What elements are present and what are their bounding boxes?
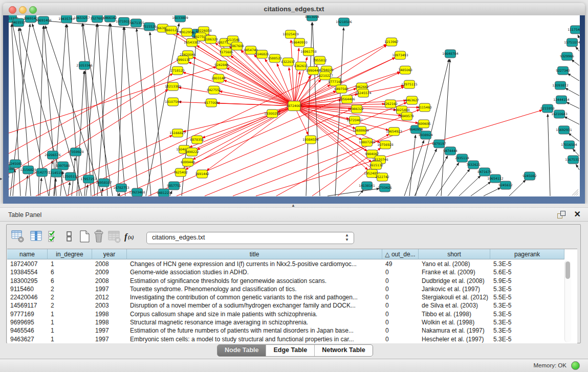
table-row[interactable]: 1938455462009Genome-wide association stu… (7, 268, 564, 276)
graph-node[interactable]: 1245081 (9, 160, 23, 168)
graph-node[interactable]: 12923468 (129, 188, 145, 196)
graph-node[interactable]: 7515526 (142, 23, 157, 31)
table-vertical-scrollbar[interactable] (564, 260, 571, 342)
graph-node[interactable]: 10653257 (74, 15, 90, 22)
graph-node[interactable]: 2718120 (170, 67, 185, 75)
graph-node[interactable]: 9245082 (522, 172, 537, 180)
graph-node[interactable]: 12975115 (401, 80, 418, 89)
graph-node[interactable]: 7632621 (466, 161, 481, 169)
graph-node[interactable]: 8215958 (540, 104, 555, 113)
graph-node[interactable]: 20691406 (35, 16, 52, 25)
column-header-title[interactable]: title (127, 249, 382, 259)
graph-node[interactable]: 9177004 (204, 99, 219, 107)
graph-node[interactable]: 8186328 (204, 35, 218, 43)
delete-table-icon[interactable] (92, 229, 106, 244)
graph-node[interactable]: 1527602 (90, 15, 104, 23)
graph-node[interactable]: 16648784 (442, 50, 459, 58)
graph-node[interactable]: 17016504 (561, 141, 577, 149)
column-header-year[interactable]: year (92, 249, 127, 259)
graph-node[interactable]: 8813054 (305, 15, 319, 21)
graph-node[interactable]: 9990131 (176, 56, 190, 64)
graph-node[interactable]: 7955812 (313, 56, 327, 64)
graph-node[interactable]: 10688609 (353, 126, 369, 135)
float-panel-icon[interactable] (557, 211, 565, 219)
scrollbar-thumb[interactable] (565, 261, 570, 279)
graph-node[interactable]: 9481223 (157, 189, 171, 196)
close-panel-icon[interactable]: ✕ (574, 209, 581, 219)
graph-node[interactable]: 9474444 (443, 147, 458, 155)
column-header-name[interactable]: name (7, 249, 48, 259)
tab-node-table[interactable]: Node Table (217, 345, 266, 356)
panel-splitter[interactable]: ▲ (0, 204, 588, 207)
graph-node[interactable]: 9245612 (498, 181, 513, 189)
graph-node[interactable]: 12142737 (34, 168, 50, 177)
table-row[interactable]: 977716911998Corpus callosum shape and si… (7, 310, 564, 318)
graph-node[interactable]: 6497568 (334, 85, 349, 93)
select-columns-icon[interactable] (47, 229, 61, 244)
graph-node[interactable]: 8427552 (207, 86, 221, 94)
graph-node[interactable]: 9857751 (167, 182, 181, 190)
graph-node[interactable]: 6879197 (432, 140, 446, 148)
graph-node[interactable]: 9242848 (214, 61, 229, 69)
table-row[interactable]: 911546021997Tourette syndrome. Phenomeno… (7, 285, 564, 293)
graph-node[interactable]: 8878351 (190, 136, 204, 144)
graph-node[interactable]: 1615132 (369, 161, 383, 169)
graph-node[interactable]: 15692931 (556, 126, 572, 134)
tab-edge-table[interactable]: Edge Table (266, 345, 315, 356)
table-source-select[interactable]: citations_edges.txt ▲▼ (146, 232, 354, 244)
graph-node[interactable]: 12505135 (62, 172, 79, 181)
graph-node[interactable]: 7986322 (350, 105, 364, 113)
graph-node[interactable]: 16033809 (172, 15, 188, 22)
graph-node[interactable]: 6466162 (103, 15, 117, 22)
graph-node[interactable]: 16640910 (291, 38, 308, 47)
graph-node[interactable]: 18107544 (165, 98, 181, 106)
graph-node[interactable]: 8471676 (477, 168, 492, 176)
graph-node[interactable]: 9227343 (556, 67, 570, 75)
graph-node[interactable]: 11175448 (568, 26, 580, 34)
graph-node[interactable]: 7485063 (398, 66, 412, 74)
show-columns-icon[interactable] (29, 229, 43, 244)
tab-network-table[interactable]: Network Table (315, 345, 373, 356)
graph-node[interactable]: 17957253 (80, 175, 97, 183)
graph-node[interactable]: 8322037 (281, 58, 295, 66)
graph-node[interactable]: 3175685 (219, 48, 233, 56)
graph-node[interactable]: 20564486 (339, 95, 355, 103)
graph-node[interactable]: 16961758 (300, 48, 317, 56)
graph-node[interactable]: 7625402 (173, 168, 188, 177)
graph-node[interactable]: 9498222 (185, 148, 199, 156)
column-header-short[interactable]: short (419, 249, 490, 259)
graph-node[interactable]: 1588520 (268, 54, 282, 62)
table-row[interactable]: 969969511998Structural magnetic resonanc… (7, 318, 564, 326)
function-builder-icon[interactable]: f(x) (123, 231, 138, 245)
graph-node[interactable]: 1213967 (384, 38, 399, 46)
graph-node[interactable]: 19384554 (302, 136, 319, 144)
graph-node[interactable]: 19218506 (336, 18, 352, 26)
graph-node[interactable]: 9463627 (405, 96, 419, 104)
graph-node[interactable]: 14138141 (359, 182, 375, 190)
graph-node[interactable]: 16782753 (113, 184, 129, 192)
table-row[interactable]: 1872400712008Changes of HCN gene express… (7, 260, 564, 268)
row-height-icon[interactable] (62, 229, 76, 244)
graph-node[interactable]: 15751074 (564, 38, 580, 47)
table-row[interactable]: 1830029562008Estimation of significance … (7, 277, 564, 285)
column-header-pagerank[interactable]: pagerank (490, 249, 564, 259)
graph-node[interactable]: 8660123 (164, 26, 179, 34)
create-table-icon[interactable] (77, 229, 92, 244)
table-row[interactable]: 946362711997Embryonic stem cells: a mode… (7, 335, 564, 343)
citation-network-graph[interactable]: 1903319240355730691402069140619435744106… (9, 15, 580, 196)
graph-node[interactable]: 9329966 (560, 52, 574, 60)
graph-node[interactable]: 21053346 (76, 61, 93, 70)
graph-node[interactable]: 11675317 (565, 156, 580, 164)
graph-node[interactable]: 8912954 (180, 28, 194, 36)
graph-node[interactable]: 1733426 (378, 184, 392, 192)
graph-node[interactable]: 10756928 (377, 141, 394, 149)
table-options-icon[interactable] (11, 229, 25, 244)
graph-node[interactable]: 9849578 (400, 112, 414, 120)
graph-node[interactable]: 15166827 (169, 129, 186, 137)
table-row[interactable]: 946554611997Estimation of the future num… (7, 326, 564, 335)
graph-node[interactable]: 9699695 (417, 120, 431, 128)
graph-node[interactable]: 18724007 (286, 101, 302, 111)
network-window-titlebar[interactable]: citations_edges.txt (3, 3, 585, 16)
graph-node[interactable]: 2803144 (211, 74, 226, 82)
resize-grip-icon[interactable] (572, 189, 578, 195)
